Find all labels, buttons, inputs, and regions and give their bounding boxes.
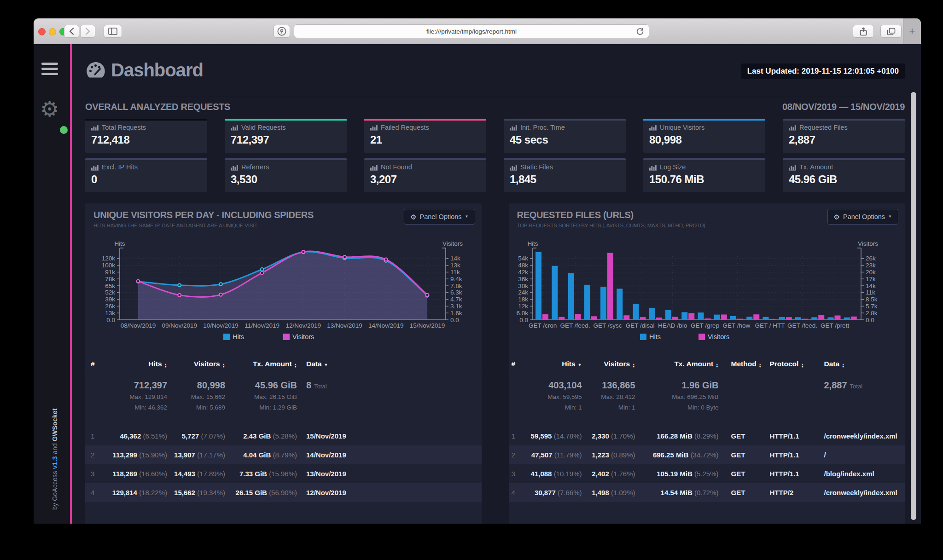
bar-chart-icon <box>789 164 796 171</box>
svg-text:Visitors: Visitors <box>292 333 314 341</box>
total-label: Total <box>314 383 326 390</box>
tabs-icon <box>887 28 896 35</box>
back-button[interactable] <box>64 25 79 38</box>
summary-max: Max: 15,662 <box>167 393 225 400</box>
card-label: Tx. Amount <box>799 163 833 171</box>
bar-chart-icon <box>91 124 99 131</box>
summary-count: 2,887Total <box>719 380 905 391</box>
svg-text:Hits: Hits <box>233 333 244 341</box>
column-header-hits[interactable]: Hits▼ <box>521 360 582 368</box>
last-updated-badge: Last Updated: 2019-11-15 12:01:05 +0100 <box>741 64 905 79</box>
hamburger-icon <box>41 63 58 65</box>
card-value: 45.96 GiB <box>789 173 899 186</box>
table-row[interactable]: 4129,814 (18.22%)15,662 (19.34%)26.15 Gi… <box>85 483 482 502</box>
reload-icon <box>635 27 645 36</box>
column-header--: # <box>509 360 521 368</box>
svg-text:10/Nov/2019: 10/Nov/2019 <box>203 322 239 329</box>
visitors-table: #Hits▲▼Visitors▲▼Tx. Amount▲▼Data▼712,39… <box>85 356 482 502</box>
column-header-method[interactable]: Method▲▼ <box>719 360 770 368</box>
table-row[interactable]: 430,877 (7.66%)1,498 (1.09%)14.54 MiB (0… <box>509 483 905 502</box>
metric-card-static-files: Static Files1,845 <box>504 158 626 192</box>
summary-max: Max: 696.25 MiB <box>635 393 719 400</box>
show-tabs-button[interactable] <box>880 25 902 38</box>
card-value: 1,845 <box>510 173 620 186</box>
share-button[interactable] <box>853 25 874 38</box>
column-header-protocol[interactable]: Protocol▲▼ <box>770 360 824 368</box>
svg-text:120k: 120k <box>102 255 116 262</box>
vertical-scrollbar[interactable] <box>911 92 916 520</box>
panel-options-button[interactable]: ⚙ Panel Options ▼ <box>827 209 898 225</box>
column-header-tx-amount[interactable]: Tx. Amount▲▼ <box>635 360 719 368</box>
table-row[interactable]: 159,595 (14.78%)2,330 (1.70%)166.28 MiB … <box>509 427 905 445</box>
panel-options-button[interactable]: ⚙ Panel Options ▼ <box>404 209 475 225</box>
card-label: Valid Requests <box>241 124 285 131</box>
version-link[interactable]: v1.3 <box>51 456 58 469</box>
password-extension-button[interactable] <box>274 25 290 38</box>
table-header-row: #Hits▼Visitors▲▼Tx. Amount▲▼Method▲▼Prot… <box>509 356 905 372</box>
summary-total: 136,865 <box>582 380 635 391</box>
svg-text:Visitors: Visitors <box>442 240 463 247</box>
metric-card-not-found: Not Found3,207 <box>364 158 486 192</box>
table-row[interactable]: 3118,269 (16.60%)14,493 (17.89%)7.33 GiB… <box>85 464 482 483</box>
svg-text:24k: 24k <box>518 289 528 296</box>
url-address-bar[interactable]: file:///private/tmp/logs/report.html <box>294 24 649 38</box>
svg-text:14/Nov/2019: 14/Nov/2019 <box>368 322 404 329</box>
requests-chart: 0.00.06.0k2.8k12k5.7k18k8.5k24k11k30k14k… <box>509 240 905 346</box>
reload-button[interactable] <box>635 27 645 36</box>
settings-gear-button[interactable]: ⚙ <box>40 98 59 120</box>
minimize-window-button[interactable] <box>49 28 56 35</box>
svg-text:11/Nov/2019: 11/Nov/2019 <box>244 322 279 329</box>
table-row[interactable]: 2113,299 (15.90%)13,907 (17.17%)4.04 GiB… <box>85 445 482 464</box>
forward-button[interactable] <box>80 25 95 38</box>
svg-text:HEAD /blo: HEAD /blo <box>658 322 687 329</box>
summary-min: Min: 1.29 GiB <box>225 404 297 411</box>
card-label: Static Files <box>520 163 553 171</box>
page-viewport: ⚙ by GoAccess v1.3 and GWSocket Dashboar… <box>34 44 921 524</box>
overview-title: OVERALL ANALYZED REQUESTS <box>85 102 230 112</box>
metric-card-referrers: Referrers3,530 <box>225 158 347 192</box>
svg-text:15/Nov/2019: 15/Nov/2019 <box>410 322 445 329</box>
table-row[interactable]: 146,362 (6.51%)5,727 (7.07%)2.43 GiB (5.… <box>85 427 482 445</box>
table-summary: 403,104136,8651.96 GiB2,887TotalMax: 59,… <box>509 372 905 418</box>
card-value: 0 <box>91 173 201 186</box>
menu-toggle-button[interactable] <box>41 63 58 78</box>
svg-text:14k: 14k <box>866 283 876 289</box>
svg-text:GET /disal: GET /disal <box>625 322 654 329</box>
table-row[interactable]: 341,088 (10.19%)2,402 (1.76%)105.19 MiB … <box>509 464 905 483</box>
card-label: Requested Files <box>799 124 848 131</box>
svg-text:14k: 14k <box>450 255 460 262</box>
summary-min: Min: 1 <box>582 404 635 411</box>
svg-text:54k: 54k <box>518 255 528 262</box>
column-header-data[interactable]: Data▲▼ <box>824 360 905 368</box>
gwsocket-link[interactable]: GWSocket <box>51 408 58 441</box>
svg-text:13k: 13k <box>105 310 115 317</box>
card-accent-bar <box>504 119 626 121</box>
sidebar-toggle-button[interactable] <box>104 25 122 38</box>
card-value: 80,998 <box>649 133 759 146</box>
column-header-visitors[interactable]: Visitors▲▼ <box>167 360 225 368</box>
table-row[interactable]: 247,507 (11.79%)1,223 (0.89%)696.25 MiB … <box>509 445 905 464</box>
svg-text:0.0: 0.0 <box>106 317 115 323</box>
svg-text:4.7k: 4.7k <box>450 296 462 303</box>
card-label: Log Size <box>660 163 686 171</box>
svg-text:GET /sysc: GET /sysc <box>593 322 622 329</box>
sort-desc-icon: ▼ <box>324 363 328 367</box>
column-header-tx-amount[interactable]: Tx. Amount▲▼ <box>225 360 297 368</box>
metric-card-tx-amount: Tx. Amount45.96 GiB <box>783 158 905 192</box>
close-window-button[interactable] <box>38 28 46 35</box>
gear-icon: ⚙ <box>834 214 840 220</box>
card-label: Failed Requests <box>381 124 429 131</box>
svg-text:GET /feed.: GET /feed. <box>787 322 817 329</box>
metric-card-valid-requests: Valid Requests712,397 <box>225 119 347 153</box>
column-header-visitors[interactable]: Visitors▲▼ <box>582 360 635 368</box>
column-header-data[interactable]: Data▼ <box>297 360 482 368</box>
summary-total: 1.96 GiB <box>635 380 719 391</box>
svg-text:18k: 18k <box>518 296 528 303</box>
svg-text:9.4k: 9.4k <box>450 276 462 283</box>
new-tab-button[interactable]: + <box>903 18 921 44</box>
metric-card-failed-requests: Failed Requests21 <box>364 119 486 153</box>
column-header-hits[interactable]: Hits▲▼ <box>99 360 167 368</box>
card-label: Total Requests <box>102 124 146 131</box>
svg-text:36k: 36k <box>518 276 528 283</box>
svg-text:65k: 65k <box>105 283 115 289</box>
